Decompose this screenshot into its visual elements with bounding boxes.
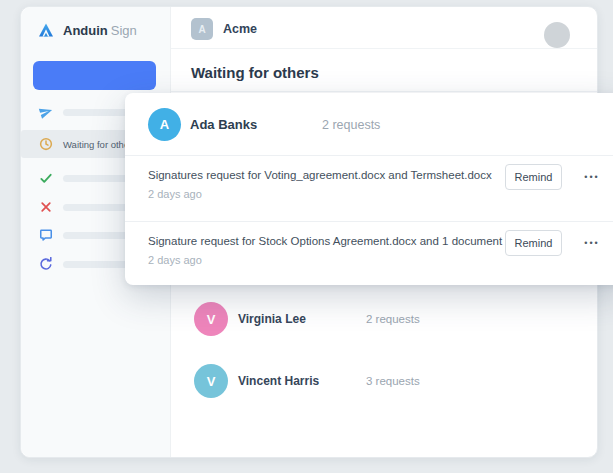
request-title: Signatures request for Voting_agreement.… [148, 169, 492, 181]
popup-header[interactable]: A Ada Banks 2 requests [125, 93, 613, 156]
check-icon [39, 171, 53, 185]
avatar: V [194, 302, 228, 336]
signature-request-row: Signature request for Stock Options Agre… [125, 221, 613, 285]
avatar: A [148, 108, 181, 141]
brand-name: Anduin [63, 23, 108, 38]
chat-icon [39, 228, 53, 242]
popup-person-request-count: 2 requests [322, 118, 380, 132]
recipient-row[interactable]: V Vincent Harris 3 requests [171, 355, 597, 407]
remind-button[interactable]: Remind [505, 230, 562, 256]
remind-button[interactable]: Remind [505, 164, 562, 190]
request-title: Signature request for Stock Options Agre… [148, 235, 502, 247]
more-options-icon[interactable]: ••• [577, 230, 607, 256]
request-timestamp: 2 days ago [148, 254, 202, 266]
page-title: Waiting for others [191, 64, 319, 81]
org-badge: A [191, 18, 213, 40]
request-timestamp: 2 days ago [148, 188, 202, 200]
brand-logo: AnduinSign [35, 20, 137, 39]
more-options-icon[interactable]: ••• [577, 164, 607, 190]
recipient-request-count: 3 requests [366, 375, 420, 387]
recipient-name: Virginia Lee [238, 312, 306, 326]
recipient-detail-popup: A Ada Banks 2 requests Signatures reques… [125, 93, 613, 285]
signature-request-row: Signatures request for Voting_agreement.… [125, 156, 613, 220]
recipient-row[interactable]: V Virginia Lee 2 requests [171, 293, 597, 345]
user-avatar[interactable] [544, 22, 570, 48]
x-icon [39, 200, 53, 214]
org-header: A Acme [171, 7, 597, 49]
org-name: Acme [223, 22, 257, 36]
avatar: V [194, 364, 228, 398]
recipient-name: Vincent Harris [238, 374, 319, 388]
brand-suffix: Sign [111, 23, 137, 38]
anduin-logo-icon [35, 20, 56, 39]
clock-icon [39, 137, 53, 151]
send-icon [39, 105, 53, 119]
popup-person-name: Ada Banks [190, 117, 257, 132]
redo-icon [39, 257, 53, 271]
divider [171, 91, 597, 92]
new-request-button[interactable] [33, 61, 156, 90]
recipient-request-count: 2 requests [366, 313, 420, 325]
